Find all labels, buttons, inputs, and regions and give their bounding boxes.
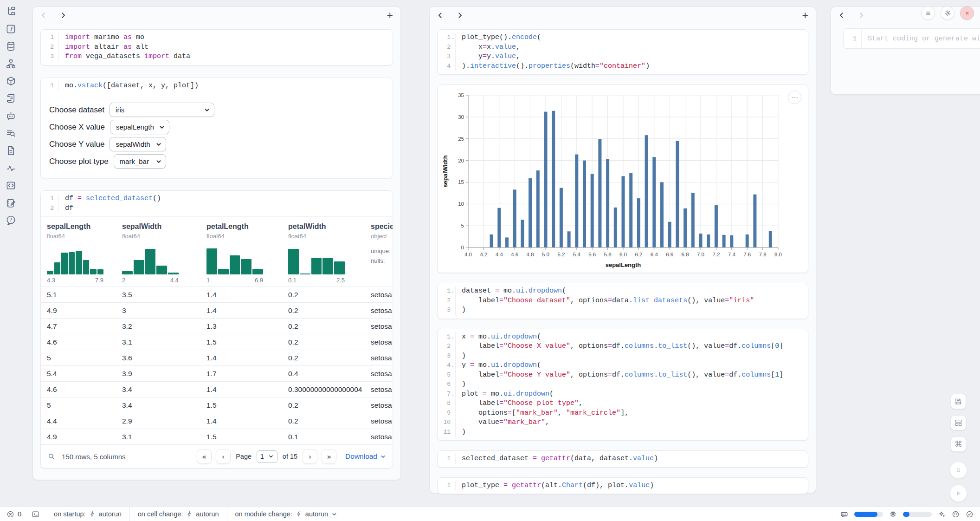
code-line[interactable]: 7⌄plot = mo.ui.dropdown(	[438, 390, 808, 399]
code-line[interactable]: 5 label="Choose Y value", options=df.col…	[438, 371, 808, 380]
log-search-icon[interactable]	[6, 128, 16, 139]
code-line[interactable]: 9 options=["mark_bar", "mark_circle"],	[438, 409, 808, 418]
gear-icon[interactable]	[941, 6, 954, 20]
code-line[interactable]: 8 label="Choose plot type",	[438, 399, 808, 409]
last-page-button[interactable]: »	[322, 449, 336, 464]
download-button[interactable]: Download	[345, 452, 386, 461]
choose-dataset-select[interactable]: iris	[110, 103, 214, 117]
menu-icon[interactable]	[921, 6, 935, 20]
column-header[interactable]: sepalWidthfloat6424.4	[116, 222, 200, 284]
chat-bot-icon[interactable]	[6, 111, 16, 121]
move-column-left-icon[interactable]	[437, 12, 444, 19]
snippets-icon[interactable]	[6, 180, 16, 191]
save-button[interactable]	[951, 394, 966, 409]
prev-page-button[interactable]: ‹	[216, 449, 231, 464]
table-row[interactable]: 5.43.91.70.4setosa	[41, 365, 393, 381]
code-line[interactable]: 1⌄x = mo.ui.dropdown(	[438, 332, 808, 342]
help-icon[interactable]: ?	[6, 215, 16, 226]
table-row[interactable]: 53.61.40.2setosa	[41, 350, 393, 365]
schema-icon[interactable]	[6, 59, 16, 69]
first-page-button[interactable]: «	[197, 449, 212, 464]
empty-code-cell[interactable]: 1 Start coding or generate with AI	[843, 28, 980, 49]
database-icon[interactable]	[6, 41, 16, 52]
run-setting-on-module-change[interactable]: on module change:autorun	[227, 507, 346, 521]
close-icon[interactable]	[960, 6, 974, 20]
code-line[interactable]: 2df	[41, 204, 393, 214]
package-icon[interactable]	[6, 76, 16, 86]
dropdown-row: Choose plot typemark_bar	[49, 154, 384, 169]
code-line[interactable]: 4).interactive().properties(width="conta…	[438, 62, 808, 72]
code-line[interactable]: 4⌄y = mo.ui.dropdown(	[438, 361, 808, 371]
table-row[interactable]: 4.63.41.40.30000000000000004setosa	[41, 381, 393, 397]
move-column-left-icon[interactable]	[838, 12, 845, 19]
bar-chart[interactable]: 4.04.24.44.64.85.05.25.45.65.86.06.26.46…	[441, 89, 804, 271]
move-column-right-icon[interactable]	[858, 12, 864, 19]
function-icon[interactable]: f	[6, 24, 16, 34]
column-header[interactable]: petalWidthfloat640.12.5	[282, 222, 365, 284]
column-header[interactable]: speciesobjectunique:nulls:	[365, 222, 393, 284]
bar	[567, 231, 571, 247]
copilot-icon[interactable]	[952, 510, 960, 518]
run-setting-on-cell-change[interactable]: on cell change:autorun	[130, 507, 227, 521]
column-header[interactable]: petalLengthfloat6416.9	[200, 222, 282, 284]
table-row[interactable]: 4.931.40.2setosa	[41, 302, 393, 318]
ai-sparkles-icon[interactable]	[938, 510, 946, 518]
move-column-right-icon[interactable]	[457, 12, 463, 19]
move-column-left-icon[interactable]	[40, 12, 47, 19]
code-line[interactable]: 3)	[438, 352, 808, 361]
table-row[interactable]: 4.93.11.50.1setosa	[41, 429, 393, 444]
table-row[interactable]: 53.41.50.2setosa	[41, 397, 393, 413]
code-line[interactable]: 1plot_type = getattr(alt.Chart(df), plot…	[438, 481, 808, 491]
svg-text:sepalLength: sepalLength	[606, 261, 641, 268]
file-tree-icon[interactable]	[6, 6, 16, 17]
code-line[interactable]: 2 x=x.value,	[438, 43, 808, 52]
document-icon[interactable]	[6, 145, 16, 156]
activity-icon[interactable]	[6, 163, 16, 174]
code-line[interactable]: 1selected_dataset = getattr(data, datase…	[438, 454, 808, 464]
code-line[interactable]: 2 label="Choose X value", options=df.col…	[438, 342, 808, 352]
generate-with-ai-link[interactable]: generate	[935, 35, 968, 43]
code-line[interactable]: 1df = selected_dataset()	[41, 194, 393, 204]
move-column-right-icon[interactable]	[60, 12, 66, 19]
run-button[interactable]	[950, 485, 967, 502]
table-row[interactable]: 4.63.11.50.2setosa	[41, 334, 393, 350]
keyboard-shortcuts-button[interactable]: ⌘	[951, 436, 966, 452]
run-setting-on-startup[interactable]: on startup:autorun	[46, 507, 130, 521]
table-row[interactable]: 5.13.51.40.2setosa	[41, 287, 393, 302]
terminal-icon[interactable]	[32, 510, 39, 518]
search-icon[interactable]	[47, 452, 56, 461]
bar	[622, 176, 625, 247]
column-header[interactable]: sepalLengthfloat644.37.9	[41, 222, 116, 284]
code-line[interactable]: 3 y=y.value,	[438, 52, 808, 62]
choose-x-value-label: Choose X value	[49, 123, 105, 132]
code-line[interactable]: 1⌄plot_type().encode(	[438, 33, 808, 43]
editor-placeholder: Start coding or generate with AI	[862, 35, 980, 43]
add-cell-button[interactable]: +	[802, 10, 808, 21]
svg-text:7.8: 7.8	[759, 252, 767, 257]
choose-x-value-select[interactable]: sepalLength	[110, 120, 169, 134]
connection-status-icon[interactable]	[966, 510, 974, 518]
code-line[interactable]: 3)	[438, 306, 808, 315]
script-icon[interactable]	[6, 93, 16, 104]
layout-button[interactable]	[951, 415, 966, 430]
code-line[interactable]: 11)	[438, 428, 808, 437]
code-line[interactable]: 10 value="mark_bar",	[438, 418, 808, 428]
errors-indicator[interactable]: 0	[6, 510, 21, 518]
code-line[interactable]: 1import marimo as mo	[41, 33, 393, 43]
choose-y-value-select[interactable]: sepalWidth	[110, 137, 166, 151]
code-line[interactable]: 6)	[438, 380, 808, 390]
table-row[interactable]: 4.73.21.30.2setosa	[41, 318, 393, 334]
code-line[interactable]: 2 label="Choose dataset", options=data.l…	[438, 296, 808, 306]
code-line[interactable]: 1mo.vstack([dataset, x, y, plot])	[41, 81, 393, 91]
add-cell-button[interactable]: +	[387, 10, 393, 21]
next-page-button[interactable]: ›	[303, 449, 317, 464]
scratchpad-icon[interactable]	[6, 198, 16, 208]
code-line[interactable]: 2import altair as alt	[41, 43, 393, 52]
table-row[interactable]: 4.42.91.40.2setosa	[41, 413, 393, 429]
chart-actions-button[interactable]: ⋯	[788, 91, 801, 104]
stop-button[interactable]	[950, 462, 967, 479]
code-line[interactable]: 1⌄dataset = mo.ui.dropdown(	[438, 287, 808, 296]
code-line[interactable]: 3from vega_datasets import data	[41, 52, 393, 62]
page-select[interactable]: 1	[257, 450, 277, 463]
choose-plot-type-select[interactable]: mark_bar	[114, 154, 166, 169]
